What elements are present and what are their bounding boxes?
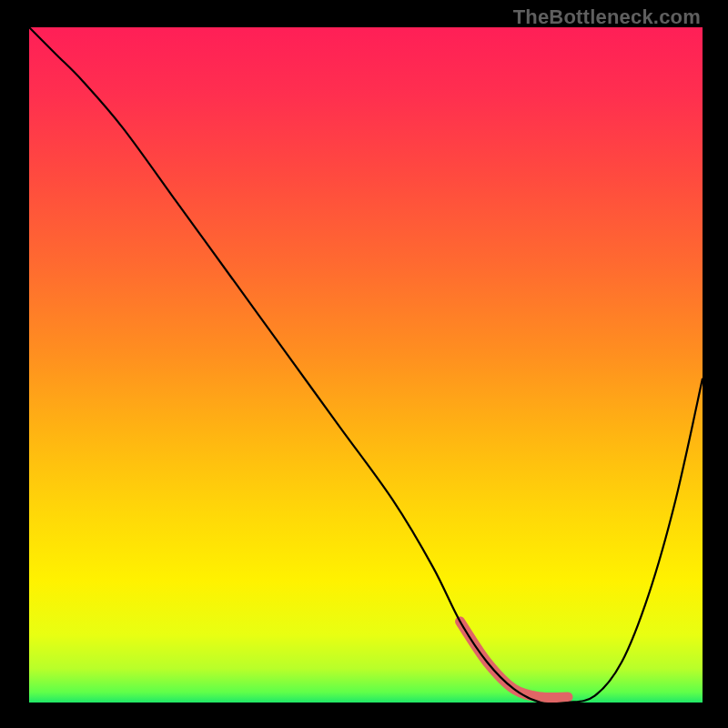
chart-frame (29, 27, 703, 703)
watermark-text: TheBottleneck.com (513, 5, 701, 29)
plot-area (29, 27, 703, 703)
chart-svg (29, 27, 703, 703)
highlight-segment (460, 622, 568, 698)
bottleneck-curve (29, 27, 703, 703)
